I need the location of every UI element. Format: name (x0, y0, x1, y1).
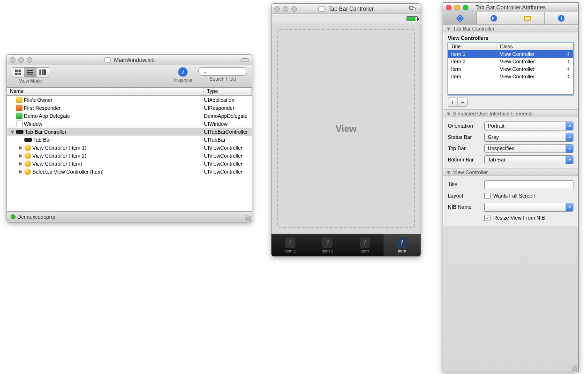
view-controllers-table: Title Class Item 1View Controller▲▼Item … (448, 43, 573, 95)
section-body: Title Layout Wants Full Screen NIB Name … (443, 176, 578, 226)
topbar-popup[interactable]: Unspecified▾ (484, 144, 573, 153)
zoom-button[interactable] (27, 57, 32, 63)
outline-row[interactable]: ▶File's OwnerUIApplication (7, 96, 252, 104)
outline-row[interactable]: ▶Tab BarUITabBar (7, 136, 252, 144)
disclosure-triangle[interactable]: ▶ (18, 145, 23, 151)
link-icon[interactable] (409, 6, 416, 11)
close-button[interactable] (274, 6, 280, 12)
tab-size[interactable] (511, 12, 545, 24)
wants-full-screen-checkbox[interactable] (484, 193, 490, 199)
row-type: UIResponder (204, 105, 252, 111)
search-group: Search Field (198, 67, 247, 82)
minimize-button[interactable] (454, 5, 460, 10)
disclosure-triangle[interactable]: ▶ (18, 160, 23, 167)
row-type: UITabBar (204, 137, 252, 143)
vc-row-title: Item (448, 66, 497, 72)
resize-grip[interactable] (245, 215, 251, 221)
vc-table-row[interactable]: ItemView Controller▲▼ (448, 73, 573, 80)
outline-row[interactable]: ▶Demo App DelegateDemoAppDelegate (7, 112, 252, 120)
resize-view-checkbox[interactable]: ✓ (484, 215, 490, 221)
tab-connections[interactable] (477, 12, 511, 24)
size-icon (524, 16, 531, 21)
tab-bar: ?Item 1?Item 2?Item?Item (271, 234, 421, 257)
row-type: UIApplication (204, 97, 252, 103)
zoom-button[interactable] (291, 6, 297, 12)
vc-row-class: View Controller (497, 66, 565, 72)
close-button[interactable] (446, 5, 452, 10)
view-mode-icon-button[interactable] (12, 68, 24, 77)
tab-item[interactable]: ?Item (384, 234, 421, 257)
statusbar-popup[interactable]: Gray▾ (484, 133, 573, 142)
vc-col-title[interactable]: Title (448, 43, 497, 50)
row-type: UIViewController (204, 169, 252, 175)
class-stepper[interactable]: ▲▼ (565, 52, 571, 56)
minimize-button[interactable] (18, 57, 24, 63)
search-input[interactable] (198, 67, 247, 76)
tab-icon: ? (397, 237, 407, 248)
toolbar-toggle-pill[interactable] (241, 58, 249, 62)
titlebar[interactable]: MainWindow.xib (7, 55, 252, 65)
add-button[interactable]: + (448, 98, 458, 106)
minimize-button[interactable] (283, 6, 288, 12)
view-placeholder[interactable]: View (277, 29, 415, 228)
view-controllers-label: View Controllers (448, 35, 573, 41)
search-label: Search Field (210, 76, 236, 82)
disclosure-triangle[interactable]: ▶ (18, 153, 23, 159)
outline-row[interactable]: ▶View Controller (Item)UIViewController (7, 160, 252, 168)
section-tab-bar-controller[interactable]: ▼ Tab Bar Controller (443, 24, 578, 32)
outline-view[interactable]: ▶File's OwnerUIApplication▶First Respond… (7, 96, 252, 211)
disclosure-triangle[interactable]: ▼ (10, 129, 15, 135)
nib-name-combobox[interactable]: ▾ (484, 203, 573, 212)
column-type-header[interactable]: Type (204, 88, 252, 95)
outline-row[interactable]: ▶View Controller (Item 2)UIViewControlle… (7, 152, 252, 160)
canvas[interactable]: View (271, 23, 421, 234)
row-name: Tab Bar (33, 137, 51, 143)
ios-status-bar (271, 14, 421, 23)
remove-button[interactable]: − (458, 98, 467, 106)
bottombar-popup[interactable]: Tab Bar▾ (484, 155, 573, 164)
wants-full-screen-label: Wants Full Screen (493, 193, 535, 198)
svg-rect-0 (15, 69, 18, 72)
tab-attributes[interactable] (443, 12, 477, 24)
vc-title-field[interactable] (484, 180, 573, 189)
class-stepper[interactable]: ▲▼ (565, 74, 571, 79)
disclosure-triangle[interactable]: ▶ (18, 168, 23, 175)
row-name: View Controller (Item 1) (32, 145, 86, 151)
view-mode-list-button[interactable] (24, 68, 37, 77)
outline-row[interactable]: ▶View Controller (Item 1)UIViewControlle… (7, 144, 252, 152)
tab-item[interactable]: ?Item (346, 234, 384, 257)
section-view-controller[interactable]: ▼ View Controller (443, 168, 578, 176)
titlebar[interactable]: Tab Bar Controller (271, 4, 421, 14)
vc-table-row[interactable]: Item 1View Controller▲▼ (448, 50, 573, 58)
titlebar[interactable]: Tab Bar Controller Attributes (443, 3, 578, 12)
row-type: UIViewController (204, 153, 252, 159)
vc-col-class[interactable]: Class (497, 43, 573, 50)
resize-grip[interactable] (572, 365, 577, 371)
orientation-popup[interactable]: Portrait▾ (484, 122, 573, 130)
vc-table-row[interactable]: Item 2View Controller▲▼ (448, 58, 573, 65)
zoom-button[interactable] (463, 5, 468, 10)
vc-row-title: Item (448, 74, 497, 79)
inspector-button[interactable]: i (178, 67, 188, 76)
svg-rect-9 (44, 69, 46, 75)
close-button[interactable] (10, 57, 15, 63)
tab-identity[interactable]: i (545, 12, 578, 24)
outline-row[interactable]: ▶First ResponderUIResponder (7, 104, 252, 112)
tab-item[interactable]: ?Item 2 (309, 234, 347, 257)
vc-table-row[interactable]: ItemView Controller▲▼ (448, 65, 573, 73)
column-name-header[interactable]: Name (7, 88, 204, 95)
outline-row[interactable]: ▼Tab Bar ControllerUITabBarController (7, 128, 252, 136)
tab-icon: ? (322, 237, 332, 248)
tab-icon: ? (360, 237, 370, 248)
class-stepper[interactable]: ▲▼ (565, 67, 571, 71)
outline-row[interactable]: ▶WindowUIWindow (7, 120, 252, 128)
view-mode-group: View Mode (12, 67, 49, 84)
outline-row[interactable]: ▶Selected View Controller (Item)UIViewCo… (7, 168, 252, 176)
row-type: DemoAppDelegate (204, 113, 252, 119)
toolbar: View Mode i Inspector Search Field (7, 65, 252, 88)
tab-item[interactable]: ?Item 1 (271, 234, 309, 257)
class-stepper[interactable]: ▲▼ (565, 59, 571, 64)
view-mode-column-button[interactable] (37, 68, 49, 77)
section-simulated-ui[interactable]: ▼ Simulated User Interface Elements (443, 109, 578, 117)
row-type: UIWindow (204, 121, 252, 127)
